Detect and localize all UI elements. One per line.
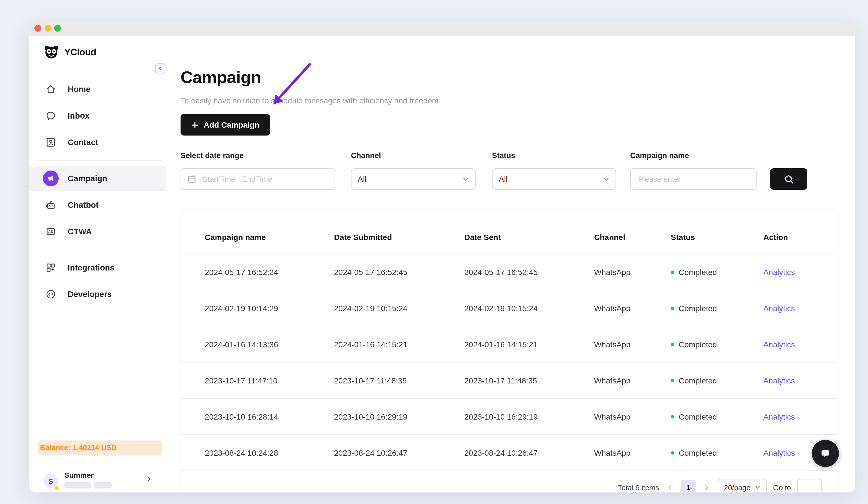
search-button[interactable] [770, 168, 807, 190]
sidebar-item-integrations[interactable]: Integrations [29, 256, 166, 279]
add-campaign-button[interactable]: Add Campaign [180, 114, 270, 135]
date-submitted-cell: 2023-08-24 10:26:47 [334, 448, 464, 457]
table-row: 2024-02-19 10:14:29 2024-02-19 10:15:24 … [181, 290, 837, 326]
analytics-link[interactable]: Analytics [763, 340, 795, 349]
status-dot [671, 415, 674, 418]
sidebar-item-contact[interactable]: Contact [29, 131, 166, 154]
annotation-arrow [261, 60, 318, 116]
sidebar-item-developers[interactable]: Developers [29, 283, 166, 305]
date-submitted-cell: 2024-02-19 10:15:24 [334, 303, 464, 313]
status-select[interactable]: All [492, 168, 616, 190]
status-label: Completed [679, 448, 717, 457]
previous-page-button[interactable] [665, 484, 675, 491]
campaign-name-field[interactable] [637, 174, 750, 184]
goto-page-input[interactable] [797, 479, 822, 492]
sidebar-item-home[interactable]: Home [29, 78, 166, 101]
date-range-field[interactable] [202, 174, 328, 184]
column-header-date-sent: Date Sent [464, 233, 594, 242]
close-window-button[interactable] [34, 25, 41, 32]
integrations-icon [45, 262, 56, 273]
status-cell: Completed [671, 303, 763, 313]
sidebar-item-label: Campaign [68, 174, 107, 183]
analytics-link[interactable]: Analytics [763, 448, 795, 457]
page-subtitle: To easily have solution to schedule mess… [180, 96, 441, 105]
status-dot [671, 343, 674, 346]
sidebar-item-label: Contact [68, 138, 98, 147]
date-range-label: Select date range [180, 151, 244, 160]
chevron-left-icon [157, 65, 164, 72]
search-icon [783, 174, 794, 184]
sidebar-item-label: Inbox [68, 111, 90, 120]
date-range-input[interactable] [180, 168, 335, 190]
date-sent-cell: 2024-05-17 16:52:45 [464, 268, 594, 276]
campaign-name-label: Campaign name [630, 151, 689, 160]
app-window: YCloud Home Inbox [29, 20, 855, 492]
ycloud-logo-icon [43, 43, 60, 60]
status-cell: Completed [671, 340, 763, 349]
sidebar-item-label: Integrations [68, 263, 115, 272]
status-label: Completed [679, 376, 717, 385]
page-size-value: 20/page [724, 483, 750, 492]
pagination: Total 6 items 1 20/page [618, 478, 822, 492]
campaign-name-cell: 2024-02-19 10:14:29 [205, 303, 334, 313]
sidebar-item-campaign[interactable]: Campaign [29, 166, 166, 191]
channel-cell: WhatsApp [594, 376, 671, 385]
campaign-name-cell: 2024-05-17 16:52:24 [205, 268, 334, 276]
zoom-window-button[interactable] [54, 25, 61, 32]
table-header: Campaign name Date Submitted Date Sent C… [181, 221, 837, 254]
page-size-select[interactable]: 20/page [717, 479, 767, 492]
plus-icon [191, 121, 199, 129]
channel-label: Channel [351, 151, 381, 160]
channel-select[interactable]: All [351, 168, 476, 190]
sidebar-collapse-button[interactable] [155, 63, 165, 73]
table-row: 2023-10-17 11:47:10 2023-10-17 11:48:35 … [181, 363, 837, 399]
date-submitted-cell: 2024-05-17 16:52:45 [334, 268, 464, 276]
campaign-name-input[interactable] [630, 168, 757, 190]
table-row: 2023-08-24 10:24:28 2023-08-24 10:26:47 … [181, 435, 837, 471]
date-sent-cell: 2024-02-19 10:15:24 [464, 303, 594, 313]
svg-text:AD: AD [48, 230, 54, 234]
page-number-1[interactable]: 1 [681, 480, 696, 492]
sidebar: YCloud Home Inbox [29, 36, 167, 492]
sidebar-divider [38, 160, 162, 161]
user-account-row[interactable]: S Summer [29, 467, 166, 492]
sidebar-item-ctwa[interactable]: AD CTWA [29, 220, 166, 243]
chevron-right-icon [703, 484, 710, 491]
status-cell: Completed [671, 448, 763, 457]
chevron-left-icon [666, 484, 674, 491]
desktop-background: YCloud Home Inbox [0, 0, 868, 504]
campaign-name-cell: 2024-01-16 14:13:36 [205, 340, 334, 349]
home-icon [45, 83, 56, 95]
date-submitted-cell: 2024-01-16 14:15:21 [334, 340, 464, 349]
status-cell: Completed [671, 412, 763, 421]
window-titlebar [29, 20, 855, 36]
calendar-icon [187, 174, 196, 183]
sidebar-item-label: Home [68, 85, 91, 94]
page-title: Campaign [180, 67, 261, 88]
chat-launcher-button[interactable] [812, 440, 839, 467]
status-label: Completed [679, 268, 717, 276]
analytics-link[interactable]: Analytics [763, 376, 795, 385]
chat-bubble-icon [819, 447, 832, 460]
next-page-button[interactable] [702, 484, 711, 491]
pagination-total: Total 6 items [618, 483, 659, 492]
sidebar-item-label: Chatbot [68, 201, 99, 210]
chevron-down-icon [463, 176, 469, 182]
channel-select-value: All [358, 174, 366, 183]
minimize-window-button[interactable] [44, 25, 51, 32]
developers-icon [45, 289, 56, 300]
ycloud-logo: YCloud [43, 43, 96, 60]
sidebar-item-chatbot[interactable]: Chatbot [29, 194, 166, 216]
date-sent-cell: 2023-10-17 11:48:35 [464, 376, 594, 385]
channel-cell: WhatsApp [594, 340, 671, 349]
table-row: 2024-01-16 14:13:36 2024-01-16 14:15:21 … [181, 326, 837, 363]
analytics-link[interactable]: Analytics [763, 303, 795, 313]
column-header-action: Action [763, 233, 822, 242]
chevron-right-icon [145, 475, 153, 483]
sidebar-item-inbox[interactable]: Inbox [29, 104, 166, 127]
main-content: Campaign To easily have solution to sche… [166, 36, 855, 492]
analytics-link[interactable]: Analytics [763, 412, 795, 421]
campaign-name-cell: 2023-10-10 16:28:14 [205, 412, 334, 421]
analytics-link[interactable]: Analytics [763, 268, 795, 276]
redacted-text-block [94, 482, 112, 488]
